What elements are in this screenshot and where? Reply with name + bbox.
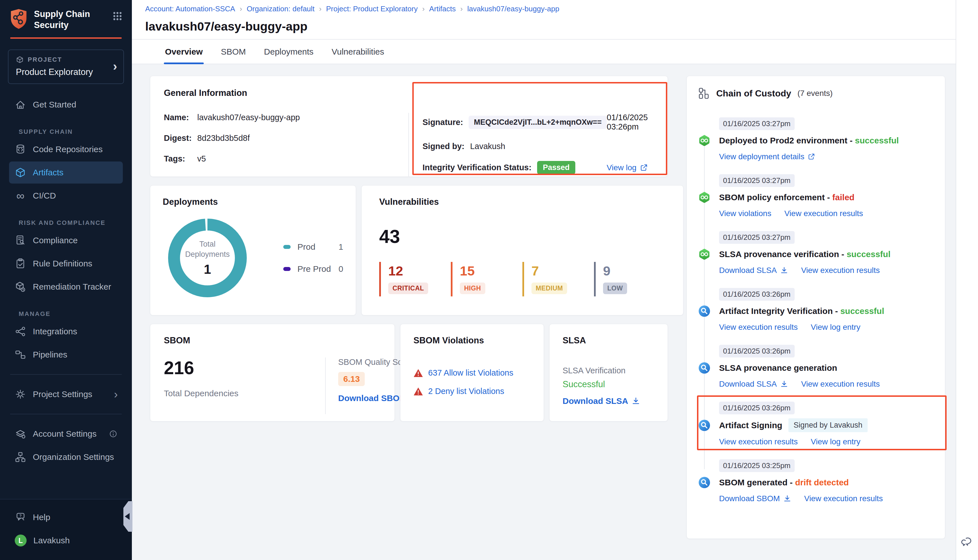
tab-sbom[interactable]: SBOM bbox=[220, 40, 247, 63]
overview-column: General Information Name:lavakush07/easy… bbox=[150, 76, 668, 560]
legend-swatch bbox=[283, 267, 290, 271]
sidebar-item-code-repositories[interactable]: Code Repositories bbox=[9, 138, 123, 160]
donut-center-label: Total Deployments bbox=[180, 239, 234, 259]
sidebar-item-help[interactable]: ? Help bbox=[9, 506, 123, 528]
signature-value-chip[interactable]: MEQCICde2VjIT...bL+2+mqnOXw== bbox=[469, 116, 607, 129]
org-tree-gear-icon bbox=[15, 452, 26, 463]
general-info-field-name: Name:lavakush07/easy-buggy-app bbox=[164, 113, 408, 122]
slsa-card: SLSA SLSA Verification Successful Downlo… bbox=[549, 324, 668, 422]
severity-badge: MEDIUM bbox=[531, 283, 567, 294]
general-info-field-tags: Tags:v5 bbox=[164, 154, 408, 163]
breadcrumb-link-lavakush07-easy-buggy-app[interactable]: lavakush07/easy-buggy-app bbox=[467, 5, 559, 13]
signature-section: Signature: MEQCICde2VjIT...bL+2+mqnOXw==… bbox=[422, 113, 658, 177]
legend-item-pre-prod: Pre Prod0 bbox=[283, 264, 343, 274]
event-link-view-execution-results[interactable]: View execution results bbox=[801, 380, 880, 388]
sidebar-header: Supply Chain Security bbox=[0, 0, 132, 30]
external-link-icon bbox=[640, 164, 648, 172]
event-link-download-sbom[interactable]: Download SBOM bbox=[719, 494, 791, 503]
sidebar-user[interactable]: L Lavakush bbox=[9, 530, 123, 552]
app-switcher-icon[interactable] bbox=[113, 11, 122, 21]
signed-by-row: Signed by: Lavakush bbox=[422, 140, 648, 152]
legend-swatch bbox=[283, 245, 290, 249]
sidebar-item-integrations[interactable]: Integrations bbox=[9, 320, 123, 343]
sidebar-item-artifacts[interactable]: Artifacts bbox=[9, 162, 123, 183]
sidebar-item-account-settings[interactable]: Account Settings bbox=[9, 423, 123, 445]
main-area: Account: Automation-SSCA›Organization: d… bbox=[132, 0, 956, 560]
cicd-infinity-icon: ∞ bbox=[15, 191, 26, 201]
event-link-view-log-entry[interactable]: View log entry bbox=[811, 323, 860, 332]
page-title: lavakush07/easy-buggy-app bbox=[145, 20, 956, 33]
project-selector[interactable]: PROJECT Product Exploratory › bbox=[8, 50, 124, 84]
card-title: SBOM bbox=[164, 335, 381, 346]
event-link-view-deployment-details[interactable]: View deployment details bbox=[719, 152, 815, 161]
view-log-link[interactable]: View log bbox=[607, 163, 648, 172]
sidebar-divider bbox=[10, 374, 122, 375]
general-info-field-digest: Digest:8d23bd3b5d8f bbox=[164, 133, 408, 143]
severity-badge: CRITICAL bbox=[388, 283, 428, 294]
event-link-view-execution-results[interactable]: View execution results bbox=[784, 209, 863, 218]
event-title: Deployed to Prod2 environment - successf… bbox=[719, 136, 899, 145]
card-title: Deployments bbox=[163, 197, 343, 207]
tab-deployments[interactable]: Deployments bbox=[263, 40, 315, 63]
download-slsa-link[interactable]: Download SLSA bbox=[562, 396, 640, 406]
breadcrumb-link-project-product-exploratory[interactable]: Project: Product Exploratory bbox=[326, 5, 418, 13]
download-icon bbox=[780, 267, 788, 274]
breadcrumb-link-artifacts[interactable]: Artifacts bbox=[429, 5, 456, 13]
event-timestamp: 01/16/2025 03:26pm bbox=[719, 288, 794, 301]
event-link-view-execution-results[interactable]: View execution results bbox=[804, 494, 883, 503]
custody-event-deployed-to-prod2-environment: 01/16/2025 03:27pmDeployed to Prod2 envi… bbox=[698, 117, 934, 161]
event-link-view-log-entry[interactable]: View log entry bbox=[811, 437, 860, 446]
violation-link[interactable]: 2 Deny list Violations bbox=[428, 387, 504, 396]
event-link-view-execution-results[interactable]: View execution results bbox=[719, 437, 798, 446]
slsa-verification-status: Successful bbox=[562, 379, 654, 390]
event-timestamp: 01/16/2025 03:26pm bbox=[719, 402, 794, 414]
pipeline-event-icon bbox=[698, 191, 711, 203]
custody-event-sbom-generated: 01/16/2025 03:25pmSBOM generated - drift… bbox=[698, 459, 934, 503]
page-header: Account: Automation-SSCA›Organization: d… bbox=[132, 0, 956, 40]
home-icon bbox=[15, 99, 26, 110]
sidebar-item-compliance[interactable]: Compliance bbox=[9, 229, 123, 252]
warning-triangle-icon bbox=[414, 387, 423, 396]
event-timestamp: 01/16/2025 03:27pm bbox=[719, 117, 794, 130]
download-icon bbox=[783, 495, 791, 503]
sidebar-item-project-settings[interactable]: Project Settings › bbox=[9, 383, 123, 405]
violation-row-637-allow-list-violations: 637 Allow list Violations bbox=[414, 368, 531, 378]
event-timestamp: 01/16/2025 03:26pm bbox=[719, 345, 794, 357]
sbom-quality-score-badge: 6.13 bbox=[338, 372, 365, 386]
vulnerabilities-breakdown: 12CRITICAL15HIGH7MEDIUM9LOW bbox=[379, 262, 666, 297]
sidebar-item-organization-settings[interactable]: Organization Settings bbox=[9, 446, 123, 468]
chain-of-custody-header: Chain of Custody (7 events) bbox=[698, 87, 934, 99]
sidebar-item-ci-cd[interactable]: ∞CI/CD bbox=[9, 185, 123, 207]
event-link-view-violations[interactable]: View violations bbox=[719, 209, 771, 218]
sidebar-footer: ? Help L Lavakush bbox=[0, 499, 132, 560]
sidebar-item-remediation-tracker[interactable]: Remediation Tracker bbox=[9, 276, 123, 298]
info-icon bbox=[108, 429, 118, 438]
event-link-view-execution-results[interactable]: View execution results bbox=[719, 323, 798, 332]
event-title: SLSA provenance generation bbox=[719, 363, 837, 373]
breadcrumb-link-account-automation-ssca[interactable]: Account: Automation-SSCA bbox=[145, 5, 235, 13]
sidebar-item-rule-definitions[interactable]: Rule Definitions bbox=[9, 253, 123, 275]
event-link-download-slsa[interactable]: Download SLSA bbox=[719, 380, 788, 388]
brand-shield-icon bbox=[10, 8, 28, 29]
support-chat-icon[interactable] bbox=[961, 535, 974, 548]
download-icon bbox=[632, 397, 640, 405]
tab-vulnerabilities[interactable]: Vulnerabilities bbox=[330, 40, 386, 63]
event-title: Artifact Integrity Verification - succes… bbox=[719, 306, 885, 316]
breadcrumb-link-organization-default[interactable]: Organization: default bbox=[247, 5, 315, 13]
sidebar-section-label-supply-chain: SUPPLY CHAIN bbox=[19, 128, 132, 135]
integrations-icon bbox=[15, 326, 26, 337]
download-icon bbox=[780, 380, 788, 388]
tab-overview[interactable]: Overview bbox=[164, 40, 204, 63]
svg-text:?: ? bbox=[20, 513, 22, 518]
sidebar-item-pipelines[interactable]: Pipelines bbox=[9, 343, 123, 366]
event-link-download-slsa[interactable]: Download SLSA bbox=[719, 266, 788, 275]
vulnerability-stat-critical: 12CRITICAL bbox=[379, 262, 451, 297]
card-title: SLSA bbox=[562, 335, 654, 346]
chain-of-custody-timeline: 01/16/2025 03:27pmDeployed to Prod2 envi… bbox=[698, 117, 934, 503]
chevron-right-icon: › bbox=[113, 59, 117, 73]
signature-row: Signature: MEQCICde2VjIT...bL+2+mqnOXw==… bbox=[422, 113, 648, 132]
sidebar-item-get-started[interactable]: Get Started bbox=[9, 93, 123, 116]
violation-link[interactable]: 637 Allow list Violations bbox=[428, 368, 513, 378]
vulnerability-stat-low: 9LOW bbox=[594, 262, 666, 297]
event-link-view-execution-results[interactable]: View execution results bbox=[801, 266, 880, 275]
